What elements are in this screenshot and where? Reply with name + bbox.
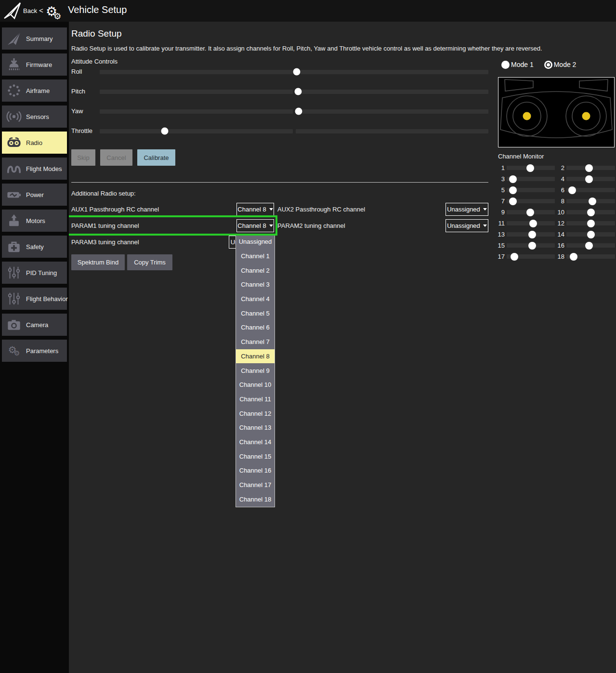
- parameters-icon: ⚙⚙: [6, 343, 22, 359]
- attitude-controls-heading: Attitude Controls: [71, 58, 118, 65]
- channel-1-label: 1: [495, 164, 505, 172]
- section-divider: [71, 182, 488, 183]
- throttle-slider-handle[interactable]: [161, 128, 168, 135]
- sidebar-item-safety[interactable]: Safety: [2, 236, 67, 258]
- qgroundcontrol-logo-icon: [3, 1, 22, 20]
- dropdown-option-channel-7[interactable]: Channel 7: [236, 335, 275, 349]
- aux1-channel-combobox[interactable]: Channel 8: [236, 203, 274, 216]
- skip-button[interactable]: Skip: [71, 149, 95, 166]
- spektrum-bind-button[interactable]: Spektrum Bind: [71, 254, 125, 270]
- chevron-down-icon: [269, 224, 273, 227]
- vehicle-setup-window: Back < ⚙⚙ Vehicle Setup SummaryFirmwareA…: [0, 0, 616, 673]
- channel-15-indicator: [528, 242, 536, 250]
- mode-radio-1[interactable]: Mode 1: [501, 61, 534, 69]
- dropdown-option-channel-8[interactable]: Channel 8: [236, 349, 275, 364]
- sidebar-item-radio[interactable]: Radio: [2, 132, 67, 154]
- aux2-channel-combobox[interactable]: Unassigned: [446, 203, 488, 216]
- roll-slider-handle[interactable]: [293, 68, 301, 76]
- sidebar-item-label: Motors: [26, 217, 45, 224]
- channel-18-indicator: [570, 253, 577, 261]
- channel-10-monitor-track: [566, 210, 615, 214]
- additional-radio-setup-heading: Additional Radio setup:: [71, 190, 136, 197]
- sidebar-item-sensors[interactable]: Sensors: [2, 106, 67, 128]
- channel-monitor-title: Channel Monitor: [498, 153, 544, 160]
- dropdown-option-channel-11[interactable]: Channel 11: [236, 392, 275, 407]
- dropdown-option-channel-5[interactable]: Channel 5: [236, 306, 275, 320]
- copy-trims-button[interactable]: Copy Trims: [127, 254, 172, 270]
- sidebar-item-label: Flight Modes: [26, 165, 62, 172]
- left-stick-indicator: [523, 112, 531, 120]
- roll-slider-track[interactable]: [100, 70, 488, 74]
- sidebar-item-label: Sensors: [26, 113, 49, 120]
- dropdown-option-channel-1[interactable]: Channel 1: [236, 249, 275, 264]
- yaw-slider-handle[interactable]: [295, 108, 302, 115]
- sidebar-item-label: Summary: [26, 35, 53, 42]
- channel-9-label: 9: [495, 209, 505, 216]
- transmitter-mode-selector: Mode 1Mode 2: [501, 60, 576, 69]
- dropdown-option-channel-10[interactable]: Channel 10: [236, 378, 275, 392]
- cancel-button[interactable]: Cancel: [100, 149, 132, 166]
- channel-10-indicator: [587, 209, 595, 216]
- channel-5-label: 5: [495, 186, 505, 194]
- radio-button-icon: [544, 61, 552, 69]
- aux2-label: AUX2 Passthrough RC channel: [277, 203, 365, 216]
- flight-behavior-icon: [6, 290, 22, 307]
- channel-4-label: 4: [555, 175, 564, 183]
- sidebar-item-pid-tuning[interactable]: PID Tuning: [2, 262, 67, 284]
- back-button[interactable]: Back: [23, 7, 37, 14]
- channel-13-monitor-track: [507, 232, 555, 237]
- channel-6-label: 6: [555, 186, 564, 194]
- pitch-slider-track[interactable]: [100, 90, 488, 94]
- sidebar-item-summary[interactable]: Summary: [2, 27, 67, 50]
- sidebar-item-label: Camera: [26, 321, 48, 329]
- sidebar-item-firmware[interactable]: Firmware: [2, 53, 67, 76]
- channel-8-monitor-track: [566, 199, 615, 203]
- sidebar-item-airframe[interactable]: Airframe: [2, 79, 67, 102]
- safety-icon: [6, 238, 22, 255]
- paper-plane-icon: [6, 30, 22, 47]
- mode-radio-2[interactable]: Mode 2: [544, 61, 577, 69]
- sidebar-item-camera[interactable]: Camera: [2, 314, 67, 336]
- channel-1-indicator: [526, 164, 534, 172]
- dropdown-option-channel-2[interactable]: Channel 2: [236, 263, 275, 277]
- dropdown-option-channel-3[interactable]: Channel 3: [236, 277, 275, 292]
- param1-channel-combobox[interactable]: Channel 8: [236, 219, 274, 232]
- sidebar-item-flight-behavior[interactable]: Flight Behavior: [2, 288, 67, 310]
- dropdown-option-channel-12[interactable]: Channel 12: [236, 406, 275, 421]
- dropdown-option-channel-4[interactable]: Channel 4: [236, 292, 275, 306]
- param3-label: PARAM3 tuning channel: [71, 236, 139, 249]
- sidebar-item-power[interactable]: Power: [2, 184, 67, 206]
- dropdown-option-channel-16[interactable]: Channel 16: [236, 463, 275, 478]
- dropdown-option-channel-14[interactable]: Channel 14: [236, 435, 275, 449]
- setup-sidebar: SummaryFirmwareAirframeSensorsRadioFligh…: [0, 22, 69, 673]
- throttle-slider-track[interactable]: [100, 129, 488, 133]
- channel-12-indicator: [587, 220, 595, 227]
- sidebar-item-label: Parameters: [26, 347, 58, 355]
- dropdown-option-channel-9[interactable]: Channel 9: [236, 363, 275, 378]
- dropdown-option-channel-17[interactable]: Channel 17: [236, 478, 275, 492]
- sidebar-item-motors[interactable]: Motors: [2, 210, 67, 232]
- yaw-slider-track[interactable]: [100, 109, 488, 114]
- channel-17-monitor-track: [507, 254, 555, 259]
- aux1-label: AUX1 Passthrough RC channel: [71, 203, 159, 216]
- dropdown-option-channel-15[interactable]: Channel 15: [236, 449, 275, 463]
- sidebar-item-flight-modes[interactable]: Flight Modes: [2, 158, 67, 180]
- dropdown-option-channel-6[interactable]: Channel 6: [236, 320, 275, 335]
- channel-2-indicator: [585, 164, 593, 172]
- dropdown-option-channel-13[interactable]: Channel 13: [236, 421, 275, 435]
- channel-9-indicator: [526, 209, 534, 216]
- dropdown-option-channel-18[interactable]: Channel 18: [236, 492, 275, 506]
- channel-7-monitor-track: [507, 199, 555, 203]
- channel-7-indicator: [509, 198, 517, 205]
- channel-13-indicator: [528, 231, 536, 238]
- calibrate-button[interactable]: Calibrate: [137, 149, 175, 166]
- channel-5-monitor-track: [507, 188, 555, 192]
- camera-icon: [6, 317, 22, 333]
- param2-channel-combobox[interactable]: Unassigned: [446, 219, 488, 232]
- radio-setup-title: Radio Setup: [71, 28, 122, 39]
- breadcrumb-separator: <: [39, 6, 43, 14]
- pitch-slider-handle[interactable]: [294, 88, 301, 95]
- sidebar-item-parameters[interactable]: ⚙⚙Parameters: [2, 340, 67, 362]
- dropdown-option-unassigned[interactable]: Unassigned: [236, 235, 275, 249]
- channel-3-label: 3: [495, 175, 505, 183]
